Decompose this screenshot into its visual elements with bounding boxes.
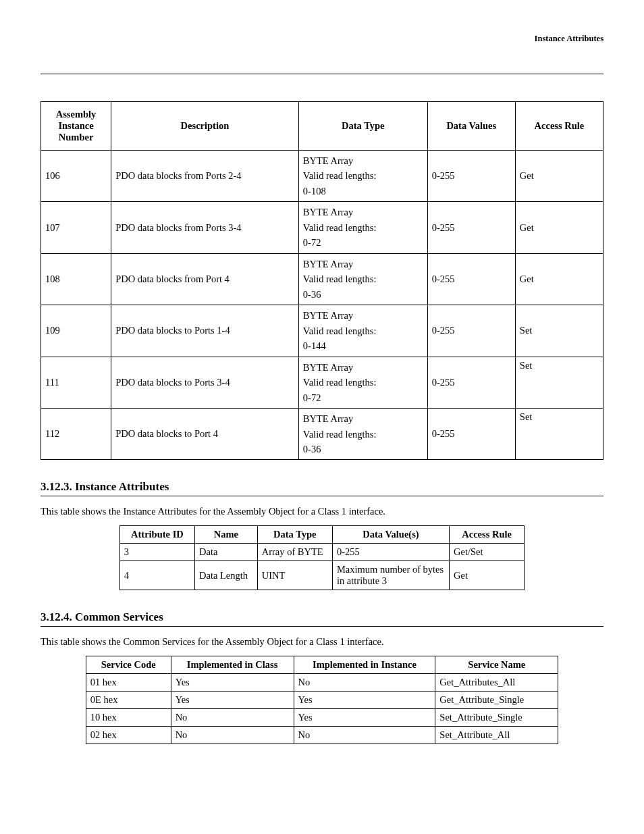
assembly-values: 0-255: [427, 305, 515, 357]
assembly-desc: PDO data blocks to Port 4: [111, 409, 299, 460]
assembly-desc: PDO data blocks from Ports 2-4: [111, 151, 299, 202]
assembly-desc: PDO data blocks from Ports 3-4: [111, 202, 299, 253]
assembly-rule: Set: [515, 409, 603, 460]
assembly-datatype: BYTE ArrayValid read lengths:0-72: [298, 357, 427, 408]
svc-name: Set_Attribute_Single: [435, 709, 558, 727]
assembly-datatype: BYTE ArrayValid read lengths:0-36: [298, 253, 427, 305]
t2-h2: Data Type: [257, 526, 332, 544]
table-row: 01 hexYesNoGet_Attributes_All: [86, 674, 558, 692]
instance-attributes-table: Attribute ID Name Data Type Data Value(s…: [119, 525, 525, 590]
attr-name: Data: [195, 544, 258, 561]
assembly-number: 108: [41, 253, 111, 305]
table-row: 107PDO data blocks from Ports 3-4BYTE Ar…: [41, 202, 603, 253]
assembly-values: 0-255: [427, 202, 515, 253]
table-row: 108PDO data blocks from Port 4BYTE Array…: [41, 253, 603, 305]
assembly-instance-table: Assembly Instance Number Description Dat…: [41, 101, 603, 460]
assembly-rule: Set: [515, 357, 603, 408]
t2-h1: Name: [195, 526, 258, 544]
attr-datatype: Array of BYTE: [257, 544, 332, 561]
svc-name: Set_Attribute_All: [435, 727, 558, 744]
svc-code: 01 hex: [86, 674, 171, 692]
assembly-values: 0-255: [427, 357, 515, 408]
table-row: 0E hexYesYesGet_Attribute_Single: [86, 692, 558, 709]
section-common-services-heading: 3.12.4. Common Services: [41, 610, 603, 627]
attr-value: 0-255: [332, 544, 449, 561]
svc-class: Yes: [171, 674, 294, 692]
svc-code: 02 hex: [86, 727, 171, 744]
table-row: 112PDO data blocks to Port 4BYTE ArrayVa…: [41, 409, 603, 460]
assembly-desc: PDO data blocks to Ports 1-4: [111, 305, 299, 357]
svc-instance: Yes: [294, 692, 435, 709]
table-row: 02 hexNoNoSet_Attribute_All: [86, 727, 558, 744]
svc-instance: No: [294, 727, 435, 744]
assembly-datatype: BYTE ArrayValid read lengths:0-72: [298, 202, 427, 253]
assembly-number: 109: [41, 305, 111, 357]
assembly-rule: Get: [515, 202, 603, 253]
t3-h0: Service Code: [86, 656, 171, 674]
attr-rule: Get: [449, 561, 524, 590]
assembly-rule: Get: [515, 253, 603, 305]
svc-name: Get_Attributes_All: [435, 674, 558, 692]
svc-instance: No: [294, 674, 435, 692]
svc-class: Yes: [171, 692, 294, 709]
attr-name: Data Length: [195, 561, 258, 590]
t2-h0: Attribute ID: [119, 526, 194, 544]
table-row: 109PDO data blocks to Ports 1-4BYTE Arra…: [41, 305, 603, 357]
table-row: 106PDO data blocks from Ports 2-4BYTE Ar…: [41, 151, 603, 202]
table-row: 111PDO data blocks to Ports 3-4BYTE Arra…: [41, 357, 603, 408]
attr-id: 4: [119, 561, 194, 590]
assembly-values: 0-255: [427, 151, 515, 202]
assembly-desc: PDO data blocks to Ports 3-4: [111, 357, 299, 408]
svc-name: Get_Attribute_Single: [435, 692, 558, 709]
assembly-number: 106: [41, 151, 111, 202]
svc-instance: Yes: [294, 709, 435, 727]
attr-id: 3: [119, 544, 194, 561]
svc-class: No: [171, 709, 294, 727]
assembly-datatype: BYTE ArrayValid read lengths:0-36: [298, 409, 427, 460]
svc-class: No: [171, 727, 294, 744]
svc-code: 0E hex: [86, 692, 171, 709]
assembly-number: 107: [41, 202, 111, 253]
attr-rule: Get/Set: [449, 544, 524, 561]
t2-h4: Access Rule: [449, 526, 524, 544]
table-row: 10 hexNoYesSet_Attribute_Single: [86, 709, 558, 727]
section-instance-attributes-intro: This table shows the Instance Attributes…: [41, 506, 603, 517]
assembly-datatype: BYTE ArrayValid read lengths:0-108: [298, 151, 427, 202]
t3-h2: Implemented in Instance: [294, 656, 435, 674]
t3-h1: Implemented in Class: [171, 656, 294, 674]
assembly-values: 0-255: [427, 253, 515, 305]
assembly-desc: PDO data blocks from Port 4: [111, 253, 299, 305]
t1-h0: Assembly Instance Number: [41, 102, 111, 151]
assembly-rule: Get: [515, 151, 603, 202]
attr-value: Maximum number of bytes in attribute 3: [332, 561, 449, 590]
t1-h4: Access Rule: [515, 102, 603, 151]
assembly-datatype: BYTE ArrayValid read lengths:0-144: [298, 305, 427, 357]
t1-h1: Description: [111, 102, 299, 151]
attr-datatype: UINT: [257, 561, 332, 590]
table-row: 3DataArray of BYTE0-255Get/Set: [119, 544, 524, 561]
common-services-table: Service Code Implemented in Class Implem…: [86, 656, 559, 744]
section-common-services-intro: This table shows the Common Services for…: [41, 636, 603, 648]
assembly-rule: Set: [515, 305, 603, 357]
assembly-number: 112: [41, 409, 111, 460]
t1-h2: Data Type: [298, 102, 427, 151]
t1-h3: Data Values: [427, 102, 515, 151]
section-instance-attributes-heading: 3.12.3. Instance Attributes: [41, 480, 603, 496]
t3-h3: Service Name: [435, 656, 558, 674]
assembly-number: 111: [41, 357, 111, 408]
assembly-values: 0-255: [427, 409, 515, 460]
svc-code: 10 hex: [86, 709, 171, 727]
t2-h3: Data Value(s): [332, 526, 449, 544]
header-divider: [41, 74, 603, 74]
page-header-title: Instance Attributes: [41, 34, 603, 47]
table-row: 4Data LengthUINTMaximum number of bytes …: [119, 561, 524, 590]
